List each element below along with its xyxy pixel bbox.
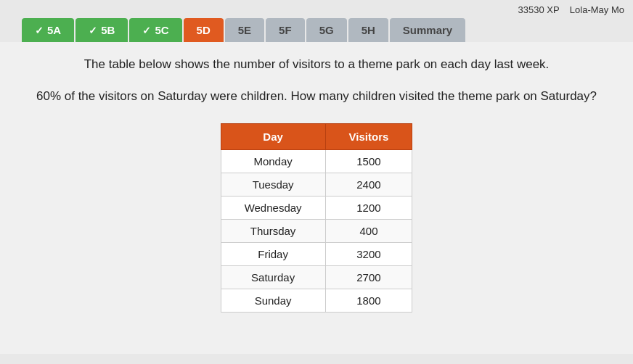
tab-label: 5C: [155, 24, 168, 36]
tab-5c[interactable]: ✓5C: [129, 18, 181, 42]
cell-visitors: 2400: [325, 173, 412, 196]
cell-visitors: 1200: [325, 196, 412, 219]
table-row: Friday3200: [221, 242, 412, 265]
tab-summary[interactable]: Summary: [390, 18, 465, 42]
cell-day: Saturday: [221, 265, 325, 289]
cell-day: Monday: [221, 149, 325, 173]
check-icon: ✓: [35, 25, 44, 36]
tab-5d[interactable]: 5D: [184, 18, 224, 42]
cell-visitors: 400: [325, 219, 412, 242]
tab-label: Summary: [403, 24, 452, 36]
tab-label: 5A: [47, 24, 61, 36]
check-icon: ✓: [142, 25, 151, 36]
tab-label: 5F: [279, 24, 292, 36]
table-container: Day Visitors Monday1500Tuesday2400Wednes…: [29, 123, 604, 313]
tab-5a[interactable]: ✓5A: [22, 18, 74, 42]
tab-label: 5D: [197, 24, 211, 36]
table-row: Tuesday2400: [221, 173, 412, 196]
cell-day: Thursday: [221, 219, 325, 242]
user-name: Lola-May Mo: [570, 4, 624, 15]
tab-5b[interactable]: ✓5B: [75, 18, 128, 42]
question-text: 60% of the visitors on Saturday were chi…: [29, 87, 604, 106]
table-row: Sunday1800: [221, 289, 412, 312]
table-row: Monday1500: [221, 149, 412, 173]
tab-5g[interactable]: 5G: [306, 18, 347, 42]
content-area: The table below shows the number of visi…: [0, 42, 633, 354]
tab-5h[interactable]: 5H: [348, 18, 388, 42]
table-row: Wednesday1200: [221, 196, 412, 219]
cell-visitors: 1800: [325, 289, 412, 312]
intro-text: The table below shows the number of visi…: [29, 55, 604, 74]
col-header-day: Day: [221, 123, 325, 149]
col-header-visitors: Visitors: [325, 123, 412, 149]
cell-day: Tuesday: [221, 173, 325, 196]
cell-day: Wednesday: [221, 196, 325, 219]
tabs-row: ✓5A✓5B✓5C5D5E5F5G5HSummary: [0, 18, 633, 42]
cell-visitors: 3200: [325, 242, 412, 265]
tab-label: 5G: [319, 24, 334, 36]
tab-label: 5E: [238, 24, 251, 36]
xp-user-info: 33530 XP Lola-May Mo: [518, 4, 624, 15]
visitors-table: Day Visitors Monday1500Tuesday2400Wednes…: [221, 123, 413, 313]
cell-day: Sunday: [221, 289, 325, 312]
table-row: Thursday400: [221, 219, 412, 242]
table-row: Saturday2700: [221, 265, 412, 289]
tab-label: 5H: [362, 24, 375, 36]
check-icon: ✓: [89, 25, 97, 36]
tab-5f[interactable]: 5F: [266, 18, 305, 42]
cell-day: Friday: [221, 242, 325, 265]
top-bar: 33530 XP Lola-May Mo: [0, 0, 633, 15]
cell-visitors: 2700: [325, 265, 412, 289]
tab-label: 5B: [101, 24, 115, 36]
cell-visitors: 1500: [325, 149, 412, 173]
xp-value: 33530 XP: [518, 4, 560, 15]
tab-5e[interactable]: 5E: [225, 18, 264, 42]
